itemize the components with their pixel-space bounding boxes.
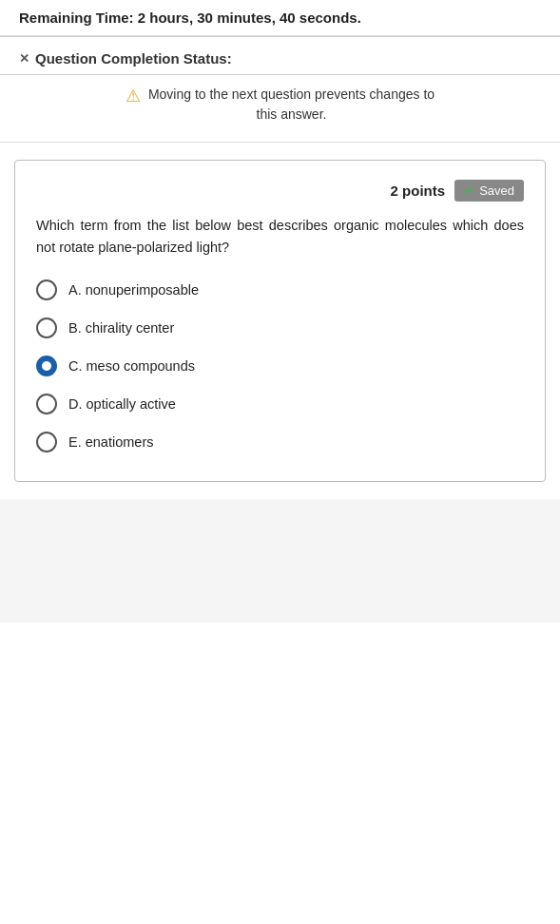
radio-c[interactable]: [36, 356, 57, 376]
option-e-label: E. enatiomers: [68, 434, 153, 450]
points-label: 2 points: [391, 183, 446, 199]
top-bar: Remaining Time: 2 hours, 30 minutes, 40 …: [0, 0, 560, 36]
saved-badge: ✔ Saved: [454, 180, 524, 202]
option-e[interactable]: E. enatiomers: [36, 432, 524, 452]
radio-a[interactable]: [36, 279, 57, 300]
remaining-time-label: Remaining Time:: [19, 10, 134, 26]
question-card: 2 points ✔ Saved Which term from the lis…: [14, 160, 546, 482]
saved-check-icon: ✔: [464, 183, 474, 198]
option-d-label: D. optically active: [68, 396, 176, 412]
collapse-icon[interactable]: ✕: [19, 51, 29, 66]
saved-label: Saved: [479, 183, 514, 198]
radio-c-inner: [42, 361, 51, 371]
warning-icon: ⚠: [126, 86, 141, 106]
warning-message: Moving to the next question prevents cha…: [148, 85, 434, 125]
radio-e[interactable]: [36, 432, 57, 452]
remaining-time: Remaining Time: 2 hours, 30 minutes, 40 …: [19, 10, 541, 26]
option-a-label: A. nonuperimposable: [68, 282, 199, 298]
option-c-label: C. meso compounds: [68, 358, 195, 374]
warning-line2: this answer.: [257, 106, 327, 122]
question-completion-section: ✕ Question Completion Status:: [0, 37, 560, 75]
option-b[interactable]: B. chirality center: [36, 318, 524, 338]
warning-box: ⚠ Moving to the next question prevents c…: [0, 75, 560, 143]
remaining-time-value: 2 hours, 30 minutes, 40 seconds.: [138, 10, 361, 26]
question-completion-title: ✕ Question Completion Status:: [19, 50, 541, 67]
option-b-label: B. chirality center: [68, 320, 174, 336]
option-d[interactable]: D. optically active: [36, 394, 524, 414]
option-a[interactable]: A. nonuperimposable: [36, 279, 524, 300]
bottom-area: [0, 499, 560, 623]
points-row: 2 points ✔ Saved: [36, 180, 524, 202]
warning-text: ⚠ Moving to the next question prevents c…: [19, 85, 541, 125]
options-list: A. nonuperimposable B. chirality center …: [36, 279, 524, 452]
option-c[interactable]: C. meso compounds: [36, 356, 524, 376]
page-container: Remaining Time: 2 hours, 30 minutes, 40 …: [0, 0, 560, 924]
warning-line1: Moving to the next question prevents cha…: [148, 87, 434, 102]
question-text: Which term from the list below best desc…: [36, 215, 524, 259]
radio-b[interactable]: [36, 318, 57, 338]
question-completion-label: Question Completion Status:: [35, 50, 232, 67]
radio-d[interactable]: [36, 394, 57, 414]
